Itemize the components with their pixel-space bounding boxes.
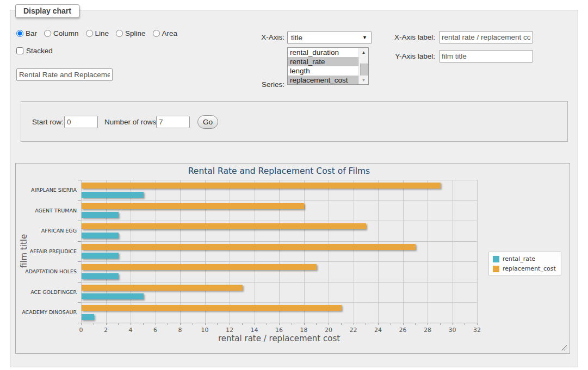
series-option-length[interactable]: length	[288, 66, 368, 76]
x-tick-label: 8	[172, 327, 188, 334]
chevron-down-icon: ▼	[362, 35, 367, 40]
bar-replacement_cost[interactable]	[82, 305, 342, 311]
x-tick-label: 22	[345, 327, 362, 334]
x-axis-tick	[341, 323, 342, 325]
start-row-input[interactable]	[64, 116, 98, 128]
bar-replacement_cost[interactable]	[82, 203, 304, 209]
legend-label: rental_rate	[503, 255, 535, 262]
x-tick-label: 6	[147, 327, 164, 334]
x-axis-tick	[453, 323, 453, 325]
x-tick-label: 12	[221, 327, 238, 334]
x-gridline	[453, 180, 453, 323]
display-chart-panel: Display chart BarColumnLineSplineArea St…	[10, 10, 578, 367]
stacked-checkbox[interactable]	[16, 47, 23, 54]
chart-type-option-line[interactable]: Line	[86, 29, 109, 37]
x-axis-tick	[403, 323, 404, 325]
x-axis-tick	[477, 323, 478, 325]
chart-type-radio-column[interactable]	[44, 30, 51, 37]
x-gridline	[329, 180, 329, 323]
chart-type-radio-bar[interactable]	[16, 30, 23, 37]
y-axis-tick	[78, 302, 81, 303]
chart-type-radio-line[interactable]	[86, 30, 93, 37]
bar-replacement_cost[interactable]	[82, 183, 441, 189]
chart-type-option-bar[interactable]: Bar	[16, 29, 37, 37]
bar-rental_rate[interactable]	[82, 314, 94, 320]
bar-rental_rate[interactable]	[82, 233, 119, 239]
legend-label: replacement_cost	[503, 265, 556, 272]
x-axis-tick	[279, 323, 280, 325]
x-tick-label: 4	[122, 327, 139, 334]
y-axis-title: film title	[19, 234, 29, 268]
chart-type-radio-label: Line	[95, 29, 109, 37]
listbox-scrollbar[interactable]: ▲ ▼	[358, 48, 368, 84]
x-tick-label: 16	[271, 327, 287, 334]
legend-item-replacement_cost[interactable]: replacement_cost	[493, 265, 556, 272]
x-axis-label-input[interactable]	[439, 31, 533, 43]
x-axis-tick	[255, 323, 255, 325]
chart-title-input[interactable]	[16, 68, 113, 81]
y-axis-label-input[interactable]	[439, 50, 533, 62]
x-tick-label: 14	[246, 327, 263, 334]
panel-legend-title: Display chart	[15, 4, 79, 18]
y-gridline	[81, 180, 477, 180]
number-of-rows-label: Number of rows:	[104, 118, 159, 126]
chart-type-radio-area[interactable]	[153, 30, 160, 37]
bar-rental_rate[interactable]	[82, 192, 144, 198]
chart-type-radio-label: Spline	[125, 29, 146, 37]
bar-rental_rate[interactable]	[82, 253, 119, 259]
x-axis-tick	[180, 323, 181, 325]
series-option-rental_duration[interactable]: rental_duration	[288, 48, 368, 57]
x-axis-tick	[415, 323, 416, 325]
y-gridline	[81, 200, 477, 201]
stacked-option[interactable]: Stacked	[16, 47, 53, 55]
x-tick-label: 10	[197, 327, 213, 334]
legend-item-rental_rate[interactable]: rental_rate	[493, 255, 556, 262]
stacked-label: Stacked	[26, 47, 53, 55]
bar-rental_rate[interactable]	[82, 293, 144, 299]
x-axis-tick	[230, 323, 230, 325]
x-tick-label: 18	[296, 327, 312, 334]
scrollbar-thumb[interactable]	[360, 64, 368, 77]
bar-replacement_cost[interactable]	[82, 244, 416, 250]
x-axis-tick	[131, 323, 131, 325]
x-gridline	[205, 180, 206, 323]
chart-type-option-area[interactable]: Area	[153, 29, 178, 37]
number-of-rows-input[interactable]	[156, 116, 190, 128]
x-axis-tick	[242, 323, 243, 325]
x-gridline	[304, 180, 305, 323]
chart-type-radio-label: Bar	[26, 29, 37, 37]
x-gridline	[354, 180, 354, 323]
x-axis-label-field-label: X-Axis label:	[386, 33, 435, 41]
resize-grip-icon[interactable]	[561, 345, 567, 350]
chart-type-option-column[interactable]: Column	[44, 29, 79, 37]
chart-type-radio-spline[interactable]	[116, 30, 123, 37]
series-listbox-options: rental_durationrental_ratelengthreplacem…	[288, 48, 368, 85]
y-gridline	[81, 241, 477, 242]
go-button[interactable]: Go	[197, 115, 218, 129]
chart-type-option-spline[interactable]: Spline	[116, 29, 146, 37]
bar-replacement_cost[interactable]	[82, 223, 366, 229]
series-listbox[interactable]: rental_durationrental_ratelengthreplacem…	[287, 47, 369, 85]
x-gridline	[255, 180, 255, 323]
x-gridline	[180, 180, 181, 323]
x-gridline	[81, 180, 82, 323]
x-axis-tick	[168, 323, 168, 325]
bar-rental_rate[interactable]	[82, 273, 119, 279]
x-axis-tick	[267, 323, 267, 325]
x-gridline	[131, 180, 131, 323]
bar-rental_rate[interactable]	[82, 212, 119, 218]
series-option-replacement_cost[interactable]: replacement_cost	[288, 76, 368, 85]
x-axis-select[interactable]: title ▼	[287, 31, 372, 44]
legend-swatch	[493, 266, 499, 272]
y-axis-tick	[78, 200, 81, 201]
y-gridline	[81, 221, 477, 221]
scroll-up-icon[interactable]: ▲	[359, 48, 368, 57]
y-axis-tick	[78, 282, 81, 283]
x-axis-tick	[217, 323, 218, 325]
y-axis-label-field-label: Y-Axis label:	[386, 52, 435, 60]
scroll-down-icon[interactable]: ▼	[359, 76, 368, 84]
bar-replacement_cost[interactable]	[82, 285, 243, 291]
series-option-rental_rate[interactable]: rental_rate	[288, 57, 368, 66]
x-axis-tick	[465, 323, 465, 325]
bar-replacement_cost[interactable]	[82, 264, 317, 270]
